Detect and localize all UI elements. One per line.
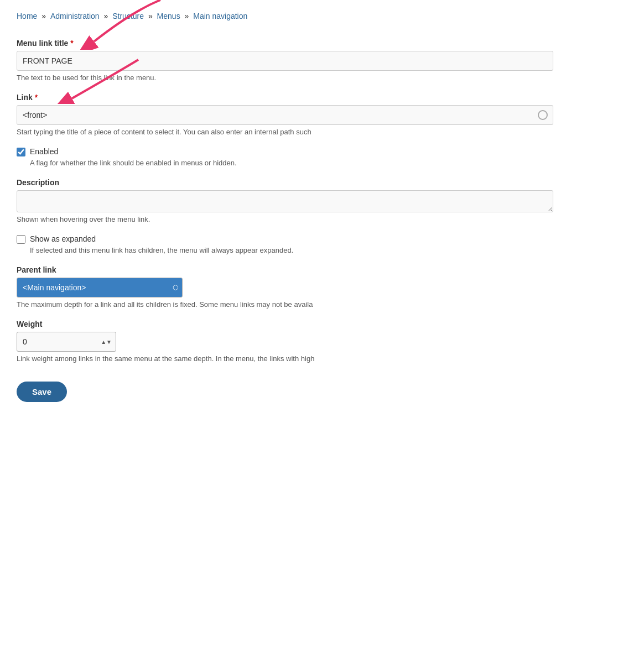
menu-link-title-label: Menu link title *: [17, 39, 627, 48]
show-expanded-row: Show as expanded: [17, 234, 627, 244]
description-label: Description: [17, 178, 627, 187]
weight-select-wrapper: 0 ▲▼: [17, 332, 116, 352]
enabled-section: Enabled A flag for whether the link shou…: [17, 147, 627, 167]
link-section: Link * Start typing the title of a piece…: [17, 93, 627, 136]
required-star-title: *: [70, 39, 73, 48]
description-section: Description Shown when hovering over the…: [17, 178, 627, 223]
required-star-link: *: [35, 93, 38, 102]
enabled-label[interactable]: Enabled: [30, 147, 58, 156]
parent-link-description: The maximum depth for a link and all its…: [17, 300, 627, 309]
show-expanded-label[interactable]: Show as expanded: [30, 234, 96, 243]
breadcrumb-menus[interactable]: Menus: [157, 12, 180, 20]
menu-link-title-section: Menu link title * The text to be used fo…: [17, 39, 627, 82]
link-description: Start typing the title of a piece of con…: [17, 128, 627, 136]
link-label: Link *: [17, 93, 627, 102]
parent-link-select[interactable]: <Main navigation>: [17, 278, 183, 297]
save-button[interactable]: Save: [17, 382, 67, 402]
enabled-checkbox[interactable]: [17, 148, 25, 156]
menu-link-title-input[interactable]: [17, 51, 553, 71]
link-input-wrapper: [17, 105, 553, 125]
weight-label: Weight: [17, 320, 627, 328]
enabled-description: A flag for whether the link should be en…: [30, 159, 627, 167]
breadcrumb-main-navigation[interactable]: Main navigation: [193, 12, 247, 20]
link-clear-icon[interactable]: [538, 110, 548, 120]
weight-select[interactable]: 0: [17, 332, 116, 352]
show-expanded-checkbox[interactable]: [17, 235, 25, 244]
enabled-row: Enabled: [17, 147, 627, 156]
breadcrumb-administration[interactable]: Administration: [50, 12, 100, 20]
breadcrumb: Home » Administration » Structure » Menu…: [17, 11, 627, 22]
menu-link-title-description: The text to be used for this link in the…: [17, 74, 627, 82]
weight-description: Link weight among links in the same menu…: [17, 354, 627, 363]
show-expanded-description: If selected and this menu link has child…: [30, 246, 627, 254]
weight-section: Weight 0 ▲▼ Link weight among links in t…: [17, 320, 627, 363]
parent-link-label: Parent link: [17, 265, 627, 274]
save-section: Save: [17, 376, 627, 402]
breadcrumb-structure[interactable]: Structure: [112, 12, 144, 20]
parent-link-select-wrapper: <Main navigation> ⬡: [17, 278, 183, 297]
show-expanded-section: Show as expanded If selected and this me…: [17, 234, 627, 254]
description-help: Shown when hovering over the menu link.: [17, 215, 627, 223]
description-textarea[interactable]: [17, 190, 553, 212]
parent-link-section: Parent link <Main navigation> ⬡ The maxi…: [17, 265, 627, 309]
link-input[interactable]: [17, 105, 553, 125]
breadcrumb-home[interactable]: Home: [17, 12, 37, 20]
